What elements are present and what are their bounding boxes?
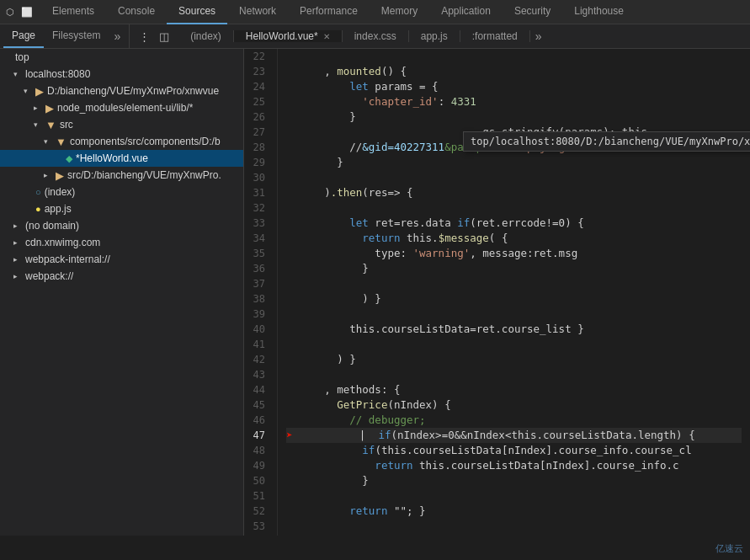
code-tab-helloworld-label: HelloWorld.vue* — [246, 30, 318, 42]
sidebar-item-webpack[interactable]: webpack:// — [0, 268, 243, 285]
dots-icon[interactable]: ⋮ — [135, 27, 153, 45]
sidebar-label-src: src — [60, 119, 73, 131]
code-line-36: } — [286, 261, 742, 276]
tab-filesystem[interactable]: Filesystem — [44, 24, 109, 48]
sidebar-item-node-modules[interactable]: ▶ node_modules/element-ui/lib/* — [0, 99, 243, 116]
more-code-tabs[interactable]: » — [530, 29, 547, 43]
code-token: (nIndex>=0&&nIndex<this.courseListData.l… — [391, 428, 694, 443]
code-token — [286, 125, 476, 140]
code-content: 2223242526272829303132333435363738394041… — [244, 49, 750, 536]
code-editor[interactable]: top/localhost:8080/D:/biancheng/VUE/myXn… — [244, 49, 750, 536]
line-number-26: 26 — [251, 109, 270, 125]
tab-memory[interactable]: Memory — [370, 0, 429, 24]
code-line-37 — [286, 276, 742, 291]
code-tab-formatted[interactable]: :formatted — [460, 30, 530, 42]
code-token — [286, 94, 362, 109]
code-line-26: } — [286, 109, 742, 125]
code-tab-index-label: (index) — [190, 30, 221, 42]
sidebar-item-src[interactable]: ▼ src — [0, 116, 243, 133]
code-tab-appjs[interactable]: app.js — [409, 30, 460, 42]
code-line-53 — [286, 519, 742, 534]
code-token: , methods: { — [286, 382, 400, 397]
code-lines: , mounted() { let params = { 'chapter_id… — [278, 49, 750, 536]
code-token: params = { — [369, 79, 439, 94]
sidebar-item-helloworld[interactable]: ◆ *HelloWorld.vue — [0, 150, 243, 167]
sidebar-label-localhost: localhost:8080 — [25, 68, 90, 80]
layout-icon[interactable]: ◫ — [155, 27, 173, 45]
sidebar-item-src2[interactable]: ▶ src/D:/biancheng/VUE/myXnwPro. — [0, 167, 243, 184]
sidebar-item-appjs[interactable]: ● app.js — [0, 200, 243, 217]
sidebar-item-localhost[interactable]: localhost:8080 — [0, 66, 243, 83]
sidebar-label-cdn: cdn.xnwimg.com — [25, 237, 100, 248]
device-icon[interactable]: ⬜ — [20, 5, 34, 19]
line-number-45: 45 — [251, 397, 270, 413]
file-sidebar: top localhost:8080 ▶ D:/biancheng/VUE/my… — [0, 49, 244, 536]
code-line-31: ).then(res=> { — [286, 185, 742, 200]
more-panel-tabs[interactable]: » — [109, 29, 125, 43]
line-number-41: 41 — [251, 337, 270, 352]
sidebar-item-d-biancheng[interactable]: ▶ D:/biancheng/VUE/myXnwPro/xnwvue — [0, 83, 243, 99]
folder-icon-node: ▶ — [45, 102, 54, 115]
tab-page[interactable]: Page — [3, 24, 44, 48]
code-token — [286, 458, 375, 473]
code-line-35: type: 'warning', message:ret.msg — [286, 246, 742, 261]
debug-arrow: ➤ — [286, 428, 293, 443]
tree-arrow-webpack — [13, 272, 22, 280]
code-line-44: , methods: { — [286, 382, 742, 397]
sidebar-item-webpack-internal[interactable]: webpack-internal:// — [0, 251, 243, 268]
code-tab-indexcss[interactable]: index.css — [343, 30, 409, 42]
code-token: : — [439, 94, 451, 109]
sidebar-label-appjs: app.js — [45, 203, 72, 215]
sidebar-item-nodomain[interactable]: (no domain) — [0, 217, 243, 234]
line-number-31: 31 — [251, 185, 270, 200]
tree-arrow-cdn — [13, 238, 22, 247]
code-tab-helloworld[interactable]: HelloWorld.vue* ✕ — [234, 30, 343, 42]
code-token: } — [286, 109, 356, 125]
code-token: this.courseListData=ret.course_list } — [286, 322, 584, 337]
sidebar-label-webpack-internal: webpack-internal:// — [25, 253, 110, 265]
tab-application[interactable]: Application — [429, 0, 503, 24]
code-token — [286, 397, 337, 413]
code-line-50: } — [286, 473, 742, 488]
code-token: 'chapter_id' — [362, 94, 438, 109]
code-token: , — [286, 64, 337, 79]
panel-bar: Page Filesystem » ⋮ ◫ (index) HelloWorld… — [0, 24, 750, 49]
code-token: , //要开放课的 courseID //允许学生抢课 AllowTakeCl — [286, 534, 635, 536]
code-tab-formatted-label: :formatted — [472, 30, 518, 42]
code-line-40: this.courseListData=ret.course_list } — [286, 322, 742, 337]
inspect-icon[interactable]: ⬡ — [3, 5, 17, 19]
line-number-47: 47 — [251, 428, 270, 443]
code-token: let — [349, 79, 369, 94]
tab-network[interactable]: Network — [227, 0, 288, 24]
line-number-36: 36 — [251, 261, 270, 276]
code-tab-appjs-label: app.js — [421, 30, 448, 42]
tab-sources[interactable]: Sources — [167, 0, 227, 24]
sidebar-item-index[interactable]: ○ (index) — [0, 184, 243, 200]
code-token: GetPrice — [337, 397, 387, 413]
code-token: ret=res.data — [369, 216, 457, 231]
tab-lighthouse[interactable]: Lighthouse — [562, 0, 636, 24]
sidebar-label-webpack: webpack:// — [25, 270, 73, 282]
code-line-48: if(this.courseListData[nIndex].course_in… — [286, 443, 742, 458]
line-number-44: 44 — [251, 382, 270, 397]
tree-arrow-webpacki — [13, 255, 22, 264]
sidebar-item-cdn[interactable]: cdn.xnwimg.com — [0, 234, 243, 251]
code-token — [286, 216, 349, 231]
sidebar-item-components[interactable]: ▼ components/src/components/D:/b — [0, 133, 243, 150]
sidebar-item-top[interactable]: top — [0, 49, 243, 66]
tab-elements[interactable]: Elements — [40, 0, 106, 24]
tab-console[interactable]: Console — [106, 0, 167, 24]
tab-performance[interactable]: Performance — [288, 0, 370, 24]
sidebar-label-src2: src/D:/biancheng/VUE/myXnwPro. — [67, 169, 221, 181]
code-token — [286, 504, 349, 519]
code-tab-indexcss-label: index.css — [354, 30, 396, 42]
code-tab-index[interactable]: (index) — [178, 30, 234, 42]
code-line-23: , mounted() { — [286, 64, 742, 79]
code-token: this. — [400, 231, 438, 246]
sidebar-label-helloworld: *HelloWorld.vue — [76, 152, 148, 164]
line-number-53: 53 — [251, 519, 270, 534]
code-line-49: return this.courseListData[nIndex].cours… — [286, 458, 742, 473]
tab-security[interactable]: Security — [503, 0, 562, 24]
line-numbers: 2223242526272829303132333435363738394041… — [244, 49, 278, 536]
close-helloworld-tab[interactable]: ✕ — [323, 32, 330, 41]
